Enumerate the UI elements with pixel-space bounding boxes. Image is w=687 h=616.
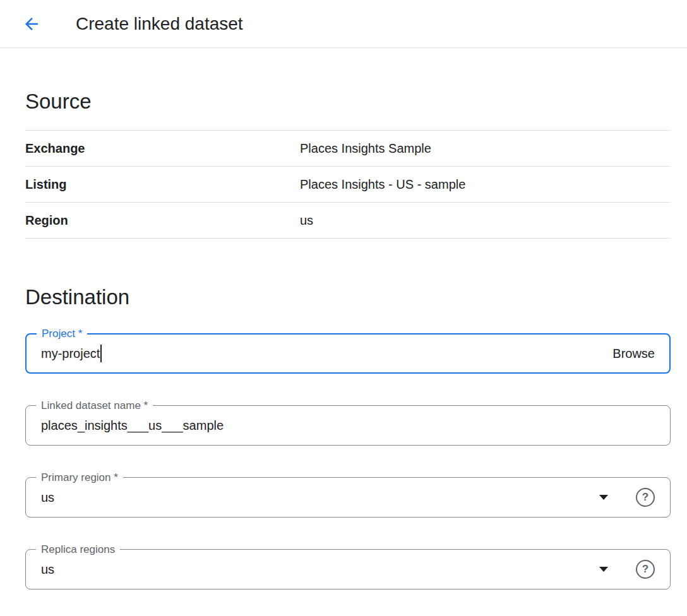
- source-table: Exchange Places Insights Sample Listing …: [25, 130, 671, 239]
- page-title: Create linked dataset: [76, 14, 243, 34]
- page-content: Source Exchange Places Insights Sample L…: [0, 90, 687, 612]
- project-field-value: my-project: [41, 346, 100, 361]
- replica-regions-select[interactable]: Replica regions us ?: [25, 549, 671, 589]
- row-label-region: Region: [25, 213, 300, 228]
- text-cursor: [100, 345, 102, 362]
- linked-dataset-name-label: Linked dataset name *: [36, 400, 153, 412]
- browse-button[interactable]: Browse: [612, 346, 655, 361]
- primary-region-label: Primary region *: [36, 471, 123, 484]
- linked-dataset-name-field[interactable]: Linked dataset name * places_insights___…: [25, 405, 671, 446]
- table-row: Exchange Places Insights Sample: [25, 131, 671, 167]
- primary-region-help-button[interactable]: ?: [636, 488, 655, 507]
- help-icon: ?: [642, 491, 648, 504]
- create-linked-dataset-page: Create linked dataset Source Exchange Pl…: [0, 0, 687, 612]
- dropdown-caret-icon: [599, 567, 608, 572]
- table-row: Region us: [25, 203, 671, 239]
- row-value-listing: Places Insights - US - sample: [300, 177, 465, 192]
- linked-dataset-name-value: places_insights___us___sample: [41, 418, 224, 433]
- row-label-exchange: Exchange: [25, 141, 300, 156]
- table-row: Listing Places Insights - US - sample: [25, 167, 671, 203]
- page-header: Create linked dataset: [0, 0, 687, 48]
- destination-heading: Destination: [25, 285, 671, 309]
- row-value-exchange: Places Insights Sample: [300, 141, 431, 156]
- source-heading: Source: [25, 90, 671, 114]
- primary-region-value: us: [41, 490, 54, 505]
- project-field[interactable]: Project * my-project Browse: [25, 333, 671, 374]
- replica-regions-label: Replica regions: [36, 543, 120, 556]
- primary-region-select[interactable]: Primary region * us ?: [25, 477, 671, 518]
- destination-form: Project * my-project Browse Linked datas…: [25, 333, 671, 589]
- replica-regions-value: us: [41, 562, 54, 577]
- help-icon: ?: [642, 563, 648, 576]
- dropdown-caret-icon: [599, 495, 608, 500]
- back-button[interactable]: [19, 11, 44, 37]
- row-label-listing: Listing: [25, 177, 300, 192]
- arrow-back-icon: [22, 15, 41, 33]
- project-field-label: Project *: [37, 328, 87, 340]
- row-value-region: us: [300, 213, 313, 228]
- replica-regions-help-button[interactable]: ?: [636, 560, 655, 579]
